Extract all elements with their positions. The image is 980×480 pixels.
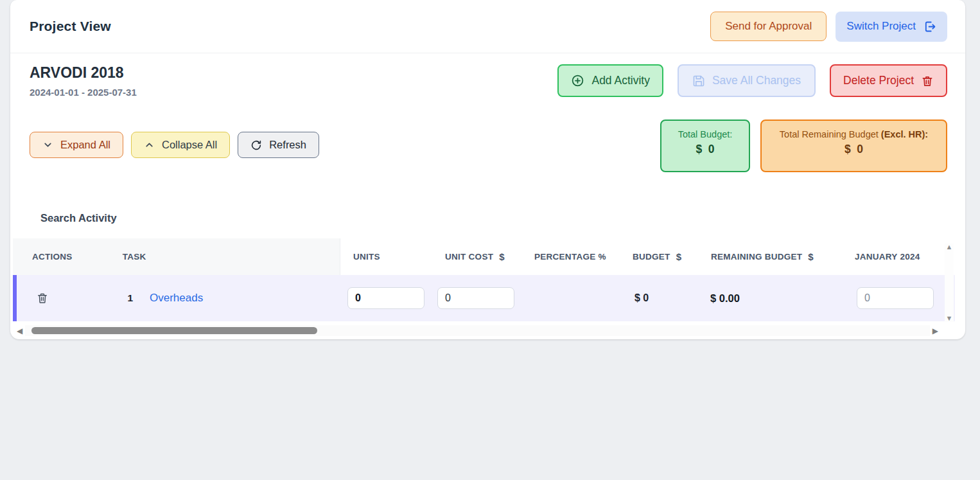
- page-header: Project View Send for Approval Switch Pr…: [10, 0, 965, 53]
- dollar-icon: $: [499, 251, 505, 262]
- row-units-cell: [340, 287, 432, 309]
- project-view-card: Project View Send for Approval Switch Pr…: [10, 0, 965, 339]
- total-remaining-budget-box: Total Remaining Budget (Excl. HR): $ 0: [760, 120, 947, 172]
- dollar-icon: $: [808, 251, 814, 262]
- january-2024-input[interactable]: [857, 287, 934, 309]
- project-date-range: 2024-01-01 - 2025-07-31: [30, 87, 137, 98]
- expand-all-button[interactable]: Expand All: [30, 132, 123, 158]
- refresh-icon: [250, 139, 262, 151]
- save-all-changes-label: Save All Changes: [712, 74, 801, 87]
- scroll-right-arrow-icon[interactable]: ▶: [932, 327, 938, 335]
- column-header-units: UNITS: [340, 252, 432, 262]
- total-budget-value: $ 0: [669, 143, 741, 156]
- header-actions: Send for Approval Switch Project: [710, 12, 947, 42]
- row-remaining-budget-cell: $ 0.00: [700, 292, 844, 305]
- horizontal-scrollbar-track[interactable]: [25, 325, 930, 336]
- project-name: ARVODI 2018: [30, 64, 137, 82]
- row-index: 1: [123, 292, 133, 304]
- sticky-header-columns: ACTIONS TASK: [13, 238, 340, 275]
- total-remaining-budget-value: $ 0: [769, 143, 938, 156]
- scroll-down-arrow-icon[interactable]: ▼: [946, 315, 953, 322]
- switch-project-button[interactable]: Switch Project: [836, 12, 947, 42]
- log-out-icon: [923, 20, 936, 33]
- total-budget-label: Total Budget:: [669, 129, 741, 139]
- column-header-task: TASK: [109, 252, 340, 262]
- project-section: ARVODI 2018 2024-01-01 - 2025-07-31 Add …: [10, 53, 965, 98]
- column-header-january-2024: JANUARY 2024: [842, 252, 955, 262]
- column-header-percentage: PERCENTAGE %: [522, 252, 620, 262]
- send-for-approval-button[interactable]: Send for Approval: [710, 12, 827, 41]
- horizontal-scrollbar[interactable]: ◀ ▶: [17, 325, 938, 336]
- delete-project-button[interactable]: Delete Project: [830, 64, 947, 97]
- scroll-up-arrow-icon[interactable]: ▲: [946, 244, 953, 251]
- scroll-left-arrow-icon[interactable]: ◀: [17, 327, 22, 335]
- add-activity-label: Add Activity: [591, 74, 649, 87]
- column-header-unit-cost: UNIT COST$: [432, 251, 522, 262]
- switch-project-label: Switch Project: [846, 20, 916, 33]
- delete-project-label: Delete Project: [843, 74, 914, 87]
- column-header-actions: ACTIONS: [13, 252, 109, 262]
- tree-controls: Expand All Collapse All Refresh: [30, 132, 319, 158]
- save-all-changes-button[interactable]: Save All Changes: [678, 64, 816, 97]
- table-header-row: ACTIONS TASK UNITS UNIT COST$ PERCENTAGE…: [13, 238, 955, 275]
- column-header-budget: BUDGET$: [620, 251, 698, 262]
- row-unit-cost-cell: [432, 287, 522, 309]
- chevron-down-icon: [42, 139, 53, 150]
- delete-row-button[interactable]: [36, 292, 49, 305]
- table-row: 1 Overheads $ 0 $ 0.00: [13, 275, 955, 321]
- dollar-icon: $: [676, 251, 682, 262]
- refresh-button[interactable]: Refresh: [238, 132, 319, 158]
- row-january-cell: [844, 287, 955, 309]
- project-info: ARVODI 2018 2024-01-01 - 2025-07-31: [30, 64, 137, 98]
- page-title: Project View: [30, 19, 111, 34]
- collapse-all-button[interactable]: Collapse All: [131, 132, 230, 158]
- row-task-cell: 1 Overheads: [109, 292, 340, 305]
- budget-totals: Total Budget: $ 0 Total Remaining Budget…: [660, 120, 947, 172]
- total-remaining-budget-label: Total Remaining Budget (Excl. HR):: [769, 129, 938, 139]
- floppy-disk-icon: [692, 75, 705, 87]
- vertical-scrollbar[interactable]: ▲ ▼: [945, 244, 954, 322]
- unit-cost-input[interactable]: [437, 287, 514, 309]
- task-link[interactable]: Overheads: [150, 292, 203, 305]
- trash-icon: [36, 292, 49, 305]
- row-actions-cell: [13, 292, 109, 305]
- toolbar-section: Expand All Collapse All Refresh Total Bu…: [10, 98, 965, 172]
- expand-all-label: Expand All: [60, 139, 110, 151]
- chevron-up-icon: [144, 139, 155, 150]
- remaining-budget-value: $ 0.00: [710, 292, 740, 305]
- row-budget-cell: $ 0: [622, 292, 700, 304]
- project-actions: Add Activity Save All Changes Delete Pro…: [557, 64, 947, 97]
- trash-icon: [921, 75, 934, 87]
- column-header-remaining-budget: REMAINING BUDGET$: [698, 251, 842, 262]
- refresh-label: Refresh: [269, 139, 306, 151]
- plus-circle-icon: [571, 74, 584, 87]
- collapse-all-label: Collapse All: [162, 139, 217, 151]
- send-for-approval-label: Send for Approval: [725, 20, 812, 33]
- scrollable-header-columns: UNITS UNIT COST$ PERCENTAGE % BUDGET$ RE…: [340, 238, 955, 275]
- budget-value: $ 0: [634, 292, 649, 304]
- row-accent-bar: [13, 275, 17, 321]
- horizontal-scrollbar-thumb[interactable]: [31, 327, 317, 334]
- search-activity-label: Search Activity: [40, 212, 965, 224]
- units-input[interactable]: [347, 287, 424, 309]
- activity-table: ACTIONS TASK UNITS UNIT COST$ PERCENTAGE…: [13, 238, 955, 336]
- add-activity-button[interactable]: Add Activity: [557, 64, 663, 97]
- total-budget-box: Total Budget: $ 0: [660, 120, 750, 172]
